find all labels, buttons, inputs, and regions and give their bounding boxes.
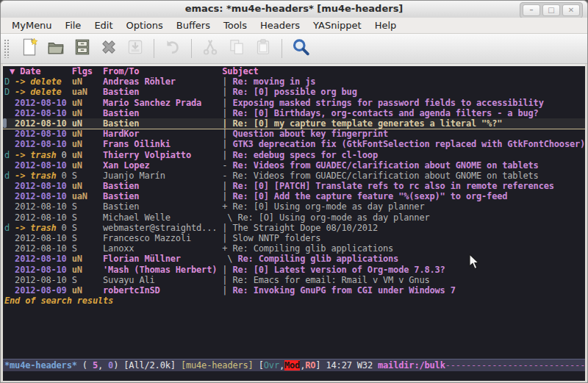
thread-indicator: |	[222, 76, 232, 87]
menu-yasnippet[interactable]: YASnippet	[306, 18, 368, 32]
thread-indicator: -	[222, 171, 232, 181]
message-flags: S	[72, 243, 103, 254]
minibuffer[interactable]	[3, 371, 587, 381]
thread-indicator: +	[222, 243, 232, 254]
undo-button	[161, 37, 184, 60]
message-from: Bastien	[103, 118, 222, 129]
close-buffer-button[interactable]	[97, 37, 121, 60]
message-subject: GTK3 deprecation fix (GtkFontSelection r…	[232, 139, 585, 149]
toolbar-grip-handle[interactable]	[4, 39, 10, 58]
minimize-button[interactable]: –	[523, 4, 540, 16]
message-from: Bastien	[103, 191, 222, 201]
menu-edit[interactable]: Edit	[87, 18, 119, 32]
menu-bar: MyMenuFileEditOptionsBuffersToolsHeaders…	[1, 18, 587, 34]
message-row[interactable]: 2012-08-10 S Francesco Mazzoli | Slow NN…	[3, 233, 587, 243]
frame-edge-left	[1, 64, 3, 383]
message-mark	[4, 265, 15, 275]
menu-headers[interactable]: Headers	[254, 18, 306, 32]
message-row[interactable]: 2012-08-10 S Lanoxx + Re: Compiling glib…	[3, 243, 587, 254]
cut-icon	[201, 37, 220, 60]
mu4e-headers-buffer[interactable]: ▼ Date Flgs From/To Subject D -> delete …	[3, 66, 587, 381]
menu-buffers[interactable]: Buffers	[170, 18, 217, 32]
message-flags: S	[72, 212, 103, 223]
undo-icon	[163, 37, 182, 60]
maximize-button[interactable]: □	[542, 4, 560, 16]
thread-indicator: |	[222, 285, 232, 296]
message-mark: d	[4, 223, 15, 233]
save-disk-icon	[126, 37, 145, 60]
close-button[interactable]: ✕	[562, 4, 580, 16]
message-row[interactable]: D -> delete uN Andreas Röhler | Re: movi…	[3, 76, 587, 87]
message-row[interactable]: 2012-08-10 uN Bastien | Re: [0] my captu…	[3, 118, 587, 129]
message-from: Francesco Mazzoli	[103, 233, 222, 243]
titlebar[interactable]: emacs: *mu4e-headers* [mu4e-headers] –□✕	[1, 1, 587, 18]
modeline-violet: 0	[108, 360, 113, 371]
message-date: 2012-08-10	[15, 275, 72, 285]
message-row[interactable]: d -> trash 0 S Juanjo Marín - Re: Videos…	[3, 171, 587, 181]
message-row[interactable]: 2012-08-10 uN 'Mash (Thomas Herbert) | R…	[3, 265, 587, 275]
message-flags: S	[72, 275, 103, 285]
thread-indicator: |	[222, 87, 232, 97]
message-row[interactable]: 2012-08-10 S Suvayu Ali | Re: Emacs for …	[3, 275, 587, 285]
message-row[interactable]: 2012-08-10 uN Florian Müllner \ Re: Comp…	[3, 254, 587, 264]
message-row[interactable]: D -> delete uaN Bastien | Re: [0] possib…	[3, 87, 587, 97]
message-from: webmaster@straightd...	[103, 223, 222, 233]
message-row[interactable]: 2012-08-10 uN Bastien | Re: [0] [PATCH] …	[3, 181, 587, 191]
message-mark: D	[4, 87, 15, 97]
message-action-suffix	[62, 76, 72, 87]
thread-indicator: |	[222, 118, 232, 129]
menu-options[interactable]: Options	[120, 18, 170, 32]
menu-tools[interactable]: Tools	[217, 18, 254, 32]
message-date: 2012-08-10	[15, 191, 72, 201]
modeline-dashes: ----------------------------	[445, 360, 587, 371]
new-file-button[interactable]	[18, 37, 41, 60]
message-flags: uaN	[72, 191, 103, 201]
message-action-suffix: 0	[57, 223, 72, 233]
open-folder-button[interactable]	[44, 37, 68, 60]
search-button[interactable]	[289, 37, 312, 60]
message-row[interactable]: 2012-08-10 uaN Bastien | Re: [0] Add the…	[3, 191, 587, 201]
thread-indicator: |	[222, 233, 232, 243]
window-title: emacs: *mu4e-headers* [mu4e-headers]	[1, 3, 587, 14]
save-archive-icon	[73, 37, 92, 60]
close-icon: ✕	[568, 7, 574, 14]
menu-mymenu[interactable]: MyMenu	[5, 18, 59, 32]
message-row[interactable]: 2012-08-09 uN robertcInSD | Re: Invoking…	[3, 285, 587, 296]
message-row[interactable]: 2012-08-10 S Michael Welle \ Re: [O] Usi…	[3, 212, 587, 223]
message-from: Florian Müllner	[103, 254, 222, 264]
minimize-icon: –	[530, 7, 534, 14]
message-subject: Re: [0] [PATCH] Translate refs to rc als…	[232, 181, 553, 191]
message-row[interactable]: d -> trash 0 uN Thierry Volpiatto | Re: …	[3, 150, 587, 160]
message-flags: S	[72, 223, 103, 233]
paste-button	[251, 37, 275, 60]
message-row[interactable]: d -> trash 0 S webmaster@straightd... | …	[3, 223, 587, 233]
thread-indicator: |	[222, 150, 232, 160]
thread-indicator: \	[222, 212, 237, 223]
scrollbar-thumb[interactable]	[3, 118, 7, 128]
message-row[interactable]: 2012-08-10 S Bastien + Re: [0] Using org…	[3, 201, 587, 212]
message-date: 2012-08-10	[15, 212, 72, 223]
message-date: 2012-08-10	[15, 201, 72, 212]
message-flags: uN	[72, 150, 103, 160]
message-row[interactable]: 2012-08-10 uN Mario Sanchez Prada | Expo…	[3, 98, 587, 108]
menu-help[interactable]: Help	[368, 18, 404, 32]
thread-indicator: |	[222, 265, 232, 275]
message-flags: S	[72, 233, 103, 243]
message-row[interactable]: 2012-08-10 uN HardKor | Question about k…	[3, 129, 587, 139]
message-subject: Re: Videos from GUADEC/clarification abo…	[232, 171, 538, 181]
message-subject: Re: [0] possible org bug	[232, 87, 356, 97]
message-from: Andreas Röhler	[103, 76, 222, 87]
toolbar-separator	[191, 39, 192, 58]
message-row[interactable]: 2012-08-10 uN Xan Lopez - Re: Videos fro…	[3, 160, 587, 171]
paste-icon	[254, 37, 273, 60]
message-row[interactable]: 2012-08-10 uN Bastien | Re: [0] Birthday…	[3, 108, 587, 118]
message-flags: uN	[72, 254, 103, 264]
message-row[interactable]: 2012-08-10 uN Frans Oilinki | GTK3 depre…	[3, 139, 587, 149]
menu-file[interactable]: File	[59, 18, 88, 32]
message-mark	[4, 160, 15, 171]
message-flags: S	[72, 201, 103, 212]
message-mark: d	[4, 150, 15, 160]
message-from: Juanjo Marín	[103, 171, 222, 181]
save-archive-button[interactable]	[71, 37, 94, 60]
emacs-window: emacs: *mu4e-headers* [mu4e-headers] –□✕…	[0, 0, 588, 383]
